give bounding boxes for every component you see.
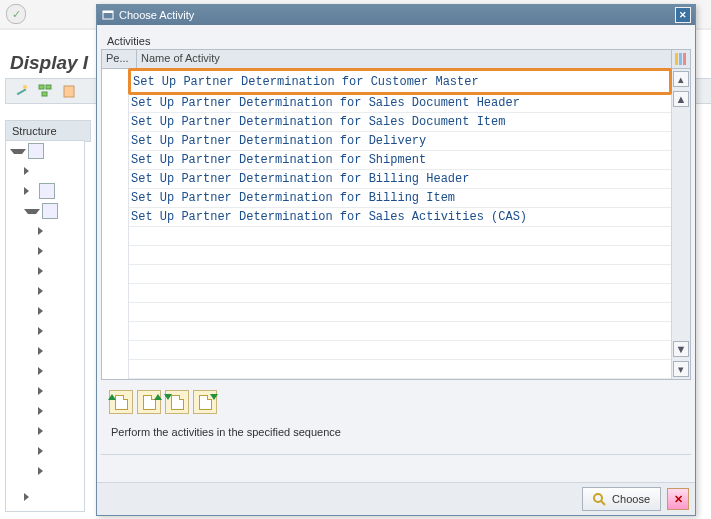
instruction-text: Perform the activities in the specified … [101, 418, 691, 455]
choose-button[interactable]: Choose [582, 487, 661, 511]
expand-icon[interactable] [38, 407, 51, 415]
activity-row [129, 341, 671, 360]
activity-list: Set Up Partner Determination for Custome… [129, 69, 671, 379]
node-icon [42, 203, 58, 219]
choose-button-label: Choose [612, 493, 650, 505]
expand-icon[interactable] [10, 149, 26, 154]
expand-icon[interactable] [38, 287, 51, 295]
activity-row[interactable]: Set Up Partner Determination for Deliver… [129, 132, 671, 151]
activity-row [129, 322, 671, 341]
expand-icon[interactable] [38, 327, 51, 335]
activity-row[interactable]: Set Up Partner Determination for Sales D… [129, 94, 671, 113]
activity-row [129, 284, 671, 303]
col-name[interactable]: Name of Activity [137, 50, 672, 68]
activity-row [129, 246, 671, 265]
scroll-bottom-icon[interactable]: ▾ [673, 361, 689, 377]
tree-icon[interactable] [38, 84, 52, 98]
move-to-bottom-button[interactable] [193, 390, 217, 414]
move-to-top-button[interactable] [137, 390, 161, 414]
svg-rect-7 [103, 11, 113, 13]
perform-column [102, 69, 129, 379]
scroll-up-icon[interactable]: ▲ [673, 91, 689, 107]
expand-icon[interactable] [38, 347, 51, 355]
ok-icon[interactable]: ✓ [6, 4, 26, 24]
dialog-title: Choose Activity [119, 9, 194, 21]
svg-rect-2 [39, 85, 44, 89]
clipboard-icon[interactable] [62, 84, 76, 98]
expand-icon[interactable] [24, 209, 40, 214]
svg-point-1 [23, 85, 27, 89]
activity-row[interactable]: Set Up Partner Determination for Sales D… [129, 113, 671, 132]
configure-columns-button[interactable] [672, 50, 690, 68]
choose-activity-dialog: Choose Activity ✕ Activities Pe... Name … [96, 4, 696, 516]
activity-row [129, 265, 671, 284]
magnifier-icon [593, 493, 606, 506]
reorder-toolbar [99, 380, 693, 418]
expand-icon[interactable] [38, 387, 51, 395]
activity-row[interactable]: Set Up Partner Determination for Shipmen… [129, 151, 671, 170]
expand-icon[interactable] [38, 367, 51, 375]
scroll-down-icon[interactable]: ▼ [673, 341, 689, 357]
vertical-scrollbar[interactable]: ▴ ▲ ▼ ▾ [671, 69, 690, 379]
activity-row[interactable]: Set Up Partner Determination for Billing… [129, 170, 671, 189]
svg-line-12 [601, 501, 605, 505]
expand-icon[interactable] [38, 267, 51, 275]
activity-row[interactable]: Set Up Partner Determination for Custome… [128, 68, 672, 95]
activity-row [129, 360, 671, 379]
node-icon [28, 143, 44, 159]
node-icon [39, 183, 55, 199]
close-button[interactable]: ✕ [675, 7, 691, 23]
expand-icon[interactable] [38, 247, 51, 255]
svg-rect-10 [683, 53, 686, 65]
svg-rect-4 [42, 92, 47, 96]
svg-rect-8 [675, 53, 678, 65]
svg-rect-0 [17, 89, 27, 96]
dialog-footer: Choose ✕ [97, 482, 695, 515]
activity-row [129, 303, 671, 322]
svg-rect-9 [679, 53, 682, 65]
scroll-top-icon[interactable]: ▴ [673, 71, 689, 87]
expand-icon[interactable] [24, 187, 37, 195]
svg-rect-5 [64, 86, 74, 97]
group-label: Activities [99, 31, 693, 49]
svg-rect-3 [46, 85, 51, 89]
activity-row [129, 227, 671, 246]
svg-point-11 [594, 494, 602, 502]
expand-icon[interactable] [38, 467, 51, 475]
cancel-button[interactable]: ✕ [667, 488, 689, 510]
activity-row[interactable]: Set Up Partner Determination for Sales A… [129, 208, 671, 227]
expand-icon[interactable] [38, 307, 51, 315]
structure-tree[interactable] [5, 140, 85, 512]
move-up-button[interactable] [109, 390, 133, 414]
window-icon [101, 8, 115, 22]
expand-icon[interactable] [24, 493, 37, 501]
expand-icon[interactable] [24, 167, 37, 175]
structure-header: Structure [5, 120, 91, 142]
dialog-titlebar: Choose Activity ✕ [97, 5, 695, 25]
expand-icon[interactable] [38, 427, 51, 435]
activity-row[interactable]: Set Up Partner Determination for Billing… [129, 189, 671, 208]
table-header: Pe... Name of Activity [101, 49, 691, 69]
col-perform[interactable]: Pe... [102, 50, 137, 68]
page-title: Display I [10, 52, 88, 74]
move-down-button[interactable] [165, 390, 189, 414]
expand-icon[interactable] [38, 227, 51, 235]
wand-icon[interactable] [14, 84, 28, 98]
expand-icon[interactable] [38, 447, 51, 455]
